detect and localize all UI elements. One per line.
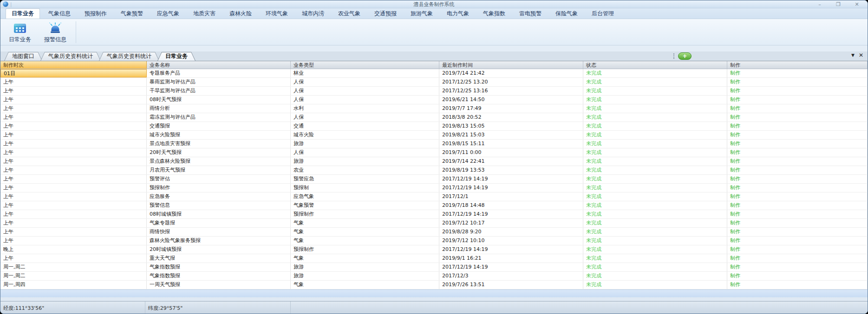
cell-action[interactable]: 制作 [727, 157, 868, 166]
column-header-3[interactable]: 业务类型 [291, 61, 439, 69]
menu-item-14[interactable]: 气象指数 [477, 9, 511, 19]
table-row[interactable]: 上午月农用天气预报农业2019/8/19 13:53未完成制作 [0, 166, 868, 175]
column-header-6[interactable]: 制作 [727, 61, 868, 69]
doc-tab-4[interactable]: 日常业务 [157, 52, 196, 61]
menu-item-15[interactable]: 雷电预警 [514, 9, 547, 19]
cell-action[interactable]: 制作 [727, 113, 868, 122]
menu-item-11[interactable]: 交通预报 [369, 9, 402, 19]
cell-action[interactable]: 制作 [727, 192, 868, 201]
cell-action[interactable]: 制作 [727, 254, 868, 263]
menu-item-9[interactable]: 城市内涝 [296, 9, 330, 19]
doc-tab-1[interactable]: 地图窗口 [4, 52, 42, 61]
table-row[interactable]: 上午霜冻监测与评估产品人保2018/3/8 20:52未完成制作 [0, 113, 868, 122]
menu-item-3[interactable]: 预报制作 [79, 9, 112, 19]
menu-item-8[interactable]: 环境气象 [260, 9, 294, 19]
cell-last-time: 2018/3/8 20:52 [439, 113, 583, 122]
menu-item-16[interactable]: 保险气象 [550, 9, 583, 19]
cell-action[interactable]: 制作 [727, 96, 868, 104]
menu-item-1[interactable]: 日常业务 [6, 8, 40, 19]
table-row[interactable]: 周一,周二气象指数预报旅游2017/12/3未完成制作 [0, 272, 868, 281]
cell-action[interactable]: 制作 [727, 104, 868, 113]
cell-last-time: 2017/12/25 13:16 [439, 87, 583, 95]
table-row[interactable]: 上午景点森林火险预报旅游2019/7/14 22:41未完成制作 [0, 157, 868, 166]
table-row[interactable]: 上午城市火险预报城市火险2019/8/21 15:03未完成制作 [0, 131, 868, 140]
menu-item-12[interactable]: 旅游气象 [405, 9, 438, 19]
cell-last-time: 2019/7/12 10:10 [439, 237, 583, 245]
close-button[interactable]: ✕ [854, 0, 860, 8]
tab-list-chevron-down-icon[interactable]: ▼ [851, 53, 855, 58]
menu-item-4[interactable]: 气象预警 [115, 9, 149, 19]
table-row[interactable]: 01日专题服务产品林业2019/7/14 21:42未完成制作 [0, 69, 868, 78]
table-row[interactable]: 上午20时天气预报人保2019/7/11 0:00未完成制作 [0, 148, 868, 157]
column-header-2[interactable]: 业务名称 [147, 61, 291, 69]
doc-tab-2[interactable]: 气象历史资料统计 [40, 52, 101, 61]
menu-item-2[interactable]: 气象信息 [43, 9, 76, 19]
table-row[interactable]: 周一,周四一周天气预报气象2019/7/26 13:51未完成制作 [0, 281, 868, 289]
menu-item-17[interactable]: 后台管理 [586, 9, 620, 19]
table-row[interactable]: 上午预警信息气象预警2019/7/18 14:48未完成制作 [0, 201, 868, 210]
minimize-button[interactable]: – [816, 0, 823, 8]
table-row[interactable]: 上午雨情分析水利2019/7/7 17:49未完成制作 [0, 104, 868, 113]
cell-time: 周一,周四 [0, 281, 147, 289]
cell-action[interactable]: 制作 [727, 228, 868, 236]
cell-action[interactable]: 制作 [727, 148, 868, 157]
column-header-4[interactable]: 最近制作时间 [439, 61, 583, 69]
window-controls: – ❐ ✕ [816, 0, 860, 8]
table-row[interactable]: 上午气象专题报气象2019/7/12 10:17未完成制作 [0, 219, 868, 228]
table-row[interactable]: 上午景点地质灾害预报旅游2019/8/15 15:11未完成制作 [0, 140, 868, 148]
cell-action[interactable]: 制作 [727, 219, 868, 227]
cell-action[interactable]: 制作 [727, 140, 868, 148]
cell-action[interactable]: 制作 [727, 201, 868, 210]
cell-action[interactable]: 制作 [727, 175, 868, 183]
menu-item-13[interactable]: 电力气象 [441, 9, 475, 19]
table-row[interactable]: 上午预报制作预报制2017/12/19 14:19未完成制作 [0, 184, 868, 192]
column-header-1[interactable]: 制作时次 [0, 61, 147, 69]
cell-last-time: 2017/12/19 14:19 [439, 245, 583, 254]
cell-action[interactable]: 制作 [727, 237, 868, 245]
column-header-5[interactable]: 状态 [583, 61, 727, 69]
table-row[interactable]: 上午干旱监测与评估产品人保2017/12/25 13:16未完成制作 [0, 87, 868, 96]
cell-action[interactable]: 制作 [727, 184, 868, 192]
table-row[interactable]: 上午交通预报交通2019/8/13 15:05未完成制作 [0, 122, 868, 131]
cell-action[interactable]: 制作 [727, 122, 868, 130]
cell-action[interactable]: 制作 [727, 245, 868, 254]
menu-item-7[interactable]: 森林火险 [224, 9, 257, 19]
cell-action[interactable]: 制作 [727, 131, 868, 139]
table-row[interactable]: 上午应急服务应急气象2017/12/1未完成制作 [0, 192, 868, 201]
cell-action[interactable]: 制作 [727, 166, 868, 174]
cell-type: 应急气象 [291, 192, 439, 201]
cell-name: 月农用天气预报 [147, 166, 291, 174]
cell-action[interactable]: 制作 [727, 272, 868, 280]
table-row[interactable]: 上午雨情快报气象2019/8/28 9:20未完成制作 [0, 228, 868, 237]
cell-name: 20时城镇预报 [147, 245, 291, 254]
ribbon-button-alarm-info[interactable]: 报警信息 [38, 20, 73, 44]
table-row[interactable]: 上午暴雨监测与评估产品人保2017/12/25 13.20未完成制作 [0, 78, 868, 87]
cell-action[interactable]: 制作 [727, 210, 868, 218]
tab-grip-handle[interactable] [673, 53, 674, 59]
table-row[interactable]: 上午重大天气报气象2019/9/1 16:21未完成制作 [0, 254, 868, 263]
menu-item-6[interactable]: 地质灾害 [188, 9, 221, 19]
doc-tabstrip: 地图窗口气象历史资料统计气象历史资料统计日常业务 + ▼ ✕ [0, 51, 868, 61]
doc-tab-3[interactable]: 气象历史资料统计 [99, 52, 159, 61]
cell-action[interactable]: 制作 [727, 281, 868, 289]
cell-action[interactable]: 制作 [727, 78, 868, 86]
horizontal-scrollbar[interactable] [0, 289, 868, 297]
cell-action[interactable]: 制作 [727, 87, 868, 95]
cell-type: 交通 [291, 122, 439, 130]
table-row[interactable]: 周一,周二气象指数预报旅游2017/12/19 14:19未完成制作 [0, 263, 868, 272]
table-row[interactable]: 上午森林火险气象服务预报气象2019/7/12 10:10未完成制作 [0, 237, 868, 245]
table-row[interactable]: 上午预警评估预警应急2017/12/19 14:19未完成制作 [0, 175, 868, 184]
menu-item-10[interactable]: 农业气象 [333, 9, 366, 19]
table-row[interactable]: 晚上20时城镇预报预报制作2017/12/19 14:19未完成制作 [0, 245, 868, 254]
table-row[interactable]: 上午08时城镇预报预报制作2017/12/19 14:19未完成制作 [0, 210, 868, 219]
add-tab-button[interactable]: + [678, 52, 692, 60]
ribbon-button-daily-business[interactable]: 日常业务 [2, 20, 38, 44]
cell-status: 未完成 [583, 237, 727, 245]
menu-item-5[interactable]: 应急气象 [151, 9, 185, 19]
cell-action[interactable]: 制作 [727, 69, 868, 77]
cell-action[interactable]: 制作 [727, 263, 868, 271]
cell-last-time: 2017/12/1 [439, 192, 583, 201]
maximize-button[interactable]: ❐ [835, 0, 842, 8]
tab-close-icon[interactable]: ✕ [859, 52, 863, 58]
table-row[interactable]: 上午08时天气预报人保2019/6/21 14:50未完成制作 [0, 96, 868, 104]
